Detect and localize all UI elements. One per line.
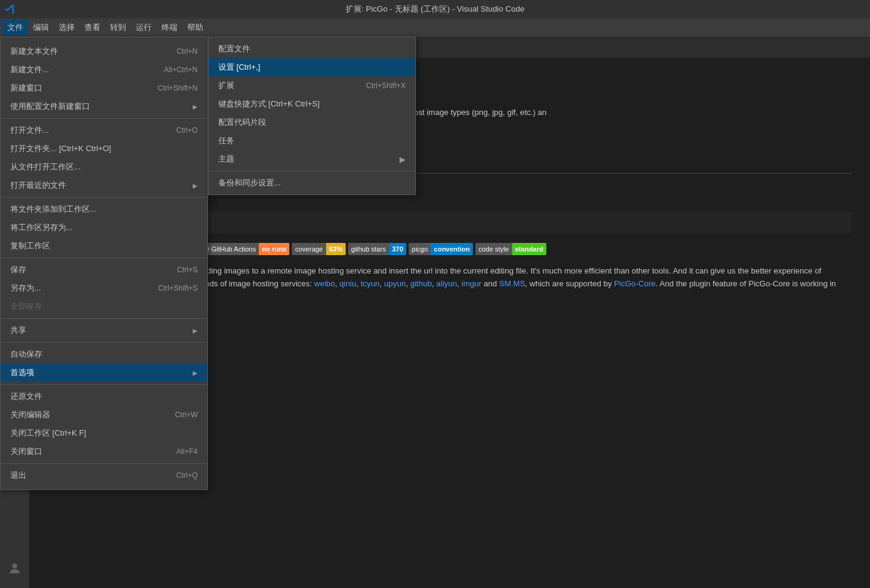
file-menu-section-3: 将文件夹添加到工作区... 将工作区另存为... 复制工作区 bbox=[1, 198, 207, 258]
file-menu-dropdown: 新建文本文件 Ctrl+N 新建文件... Alt+Ctrl+N 新建窗口 Ct… bbox=[0, 37, 208, 490]
file-menu-section-2: 打开文件... Ctrl+O 打开文件夹... [Ctrl+K Ctrl+O] … bbox=[1, 119, 207, 198]
menu-new-window-profile[interactable]: 使用配置文件新建窗口 ▶ bbox=[1, 97, 207, 116]
menu-help[interactable]: 帮助 bbox=[182, 20, 208, 35]
menu-revert-file[interactable]: 还原文件 bbox=[1, 387, 207, 406]
menu-share[interactable]: 共享 ▶ bbox=[1, 321, 207, 340]
badge-picgo: picgo convention bbox=[409, 243, 473, 255]
menu-add-folder[interactable]: 将文件夹添加到工作区... bbox=[1, 200, 207, 218]
badge-github-actions: GitHub Actions no runs bbox=[199, 243, 289, 255]
smms-link[interactable]: SM.MS bbox=[499, 279, 526, 288]
picgo-core-link[interactable]: PicGo-Core bbox=[614, 279, 656, 288]
menu-view[interactable]: 查看 bbox=[80, 20, 105, 35]
upyun-link[interactable]: upyun bbox=[384, 279, 406, 288]
menu-open-workspace[interactable]: 从文件打开工作区... bbox=[1, 158, 207, 176]
menu-quit[interactable]: 退出 Ctrl+Q bbox=[1, 466, 207, 485]
qiniu-link[interactable]: qiniu bbox=[340, 279, 356, 288]
menu-new-window[interactable]: 新建窗口 Ctrl+Shift+N bbox=[1, 79, 207, 97]
pref-themes[interactable]: 主题 ▶ bbox=[209, 150, 415, 168]
menu-save[interactable]: 保存 Ctrl+S bbox=[1, 261, 207, 279]
menu-new-file[interactable]: 新建文件... Alt+Ctrl+N bbox=[1, 61, 207, 79]
pref-profile[interactable]: 配置文件 bbox=[209, 40, 415, 58]
aliyun-link[interactable]: aliyun bbox=[436, 279, 457, 288]
menu-preferences[interactable]: 首选项 ▶ bbox=[1, 363, 207, 382]
file-menu-section-7: 还原文件 关闭编辑器 Ctrl+W 关闭工作区 [Ctrl+K F] 关闭窗口 … bbox=[1, 385, 207, 464]
file-menu-section-4: 保存 Ctrl+S 另存为... Ctrl+Shift+S 全部保存 bbox=[1, 258, 207, 319]
weibo-link[interactable]: weibo bbox=[314, 279, 335, 288]
pref-extensions[interactable]: 扩展 Ctrl+Shift+X bbox=[209, 76, 415, 95]
menu-open-folder[interactable]: 打开文件夹... [Ctrl+K Ctrl+O] bbox=[1, 140, 207, 158]
pref-tasks[interactable]: 任务 bbox=[209, 132, 415, 150]
file-menu-section-6: 自动保存 首选项 ▶ bbox=[1, 343, 207, 385]
imgur-link[interactable]: imgur bbox=[461, 279, 481, 288]
preferences-submenu: 配置文件 设置 [Ctrl+,] 扩展 Ctrl+Shift+X 键盘快捷方式 … bbox=[208, 37, 416, 195]
menu-save-all: 全部保存 bbox=[1, 297, 207, 316]
menu-bar: 文件 编辑 选择 查看 转到 运行 终端 帮助 bbox=[0, 18, 870, 37]
file-menu-section-5: 共享 ▶ bbox=[1, 319, 207, 343]
svg-point-12 bbox=[12, 564, 17, 568]
tcyun-link[interactable]: tcyun bbox=[360, 279, 379, 288]
title-bar: 扩展: PicGo - 无标题 (工作区) - Visual Studio Co… bbox=[0, 0, 870, 18]
menu-duplicate-workspace[interactable]: 复制工作区 bbox=[1, 237, 207, 255]
file-menu-section-1: 新建文本文件 Ctrl+N 新建文件... Alt+Ctrl+N 新建窗口 Ct… bbox=[1, 40, 207, 119]
vscode-icon bbox=[5, 4, 15, 14]
pref-backup-sync[interactable]: 备份和同步设置... bbox=[209, 174, 415, 192]
menu-save-workspace-as[interactable]: 将工作区另存为... bbox=[1, 218, 207, 237]
menu-close-window[interactable]: 关闭窗口 Alt+F4 bbox=[1, 442, 207, 461]
pref-settings[interactable]: 设置 [Ctrl+,] bbox=[209, 58, 415, 76]
menu-run[interactable]: 运行 bbox=[131, 20, 157, 35]
badge-code-style: code style standard bbox=[475, 243, 546, 255]
menu-open-file[interactable]: 打开文件... Ctrl+O bbox=[1, 121, 207, 140]
menu-goto[interactable]: 转到 bbox=[105, 20, 131, 35]
menu-auto-save[interactable]: 自动保存 bbox=[1, 345, 207, 363]
github-link[interactable]: github bbox=[410, 279, 431, 288]
title-bar-text: 扩展: PicGo - 无标题 (工作区) - Visual Studio Co… bbox=[346, 4, 524, 15]
pref-keyboard[interactable]: 键盘快捷方式 [Ctrl+K Ctrl+S] bbox=[209, 95, 415, 113]
badge-coverage: coverage 63% bbox=[292, 243, 345, 255]
menu-save-as[interactable]: 另存为... Ctrl+Shift+S bbox=[1, 279, 207, 297]
file-menu-section-8: 退出 Ctrl+Q bbox=[1, 464, 207, 487]
menu-open-recent[interactable]: 打开最近的文件 ▶ bbox=[1, 176, 207, 195]
account-icon[interactable] bbox=[0, 554, 29, 583]
menu-close-workspace[interactable]: 关闭工作区 [Ctrl+K F] bbox=[1, 424, 207, 442]
menu-terminal[interactable]: 终端 bbox=[157, 20, 182, 35]
menu-edit[interactable]: 编辑 bbox=[28, 20, 54, 35]
pref-snippets[interactable]: 配置代码片段 bbox=[209, 113, 415, 132]
menu-close-editor[interactable]: 关闭编辑器 Ctrl+W bbox=[1, 406, 207, 424]
menu-file[interactable]: 文件 bbox=[2, 20, 28, 35]
menu-select[interactable]: 选择 bbox=[54, 20, 80, 35]
badge-github-stars: github stars 370 bbox=[348, 243, 406, 255]
menu-new-text-file[interactable]: 新建文本文件 Ctrl+N bbox=[1, 42, 207, 61]
